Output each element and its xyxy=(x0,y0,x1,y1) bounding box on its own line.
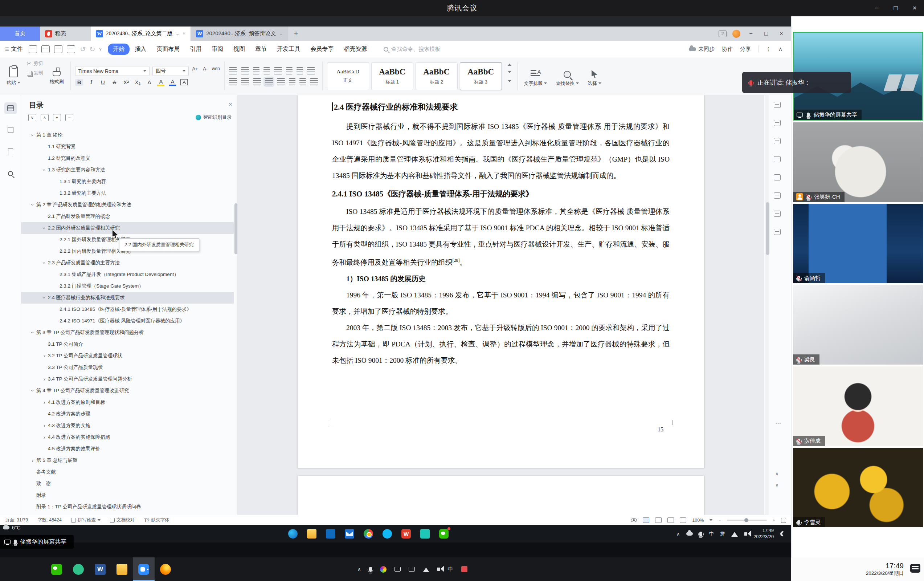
outline-item[interactable]: 2.3.1 集成产品开发（Integrate Product Developme… xyxy=(21,269,234,280)
mic-icon[interactable] xyxy=(369,567,372,571)
style-option[interactable]: AaBbC 标题 2 xyxy=(416,63,458,90)
wps-icon[interactable]: W xyxy=(397,525,416,543)
pointer-icon[interactable] xyxy=(774,138,780,144)
zoom-in-icon[interactable]: + xyxy=(773,518,775,523)
outline-item[interactable]: › 2.4 医疗器械行业的标准和法规要求 xyxy=(21,292,234,304)
zoom-out-icon[interactable]: − xyxy=(718,518,721,523)
close-icon[interactable]: × xyxy=(905,4,924,12)
qq-icon[interactable] xyxy=(378,525,397,543)
chevron-down-icon[interactable]: ∨ xyxy=(99,46,102,51)
outline-item[interactable]: › 2.3 产品研发质量管理的主要方法 xyxy=(21,257,234,269)
phonetic-guide-button[interactable]: wén xyxy=(212,66,220,76)
outline-item[interactable]: 3.1 TP 公司简介 xyxy=(21,338,234,350)
chevron-icon[interactable]: › xyxy=(41,294,47,301)
outline-scrollbar[interactable] xyxy=(234,204,238,254)
mic-icon[interactable] xyxy=(700,531,702,536)
ime-pinyin-icon[interactable]: 拼 xyxy=(720,531,725,537)
numbered-list-icon[interactable] xyxy=(241,67,249,74)
comment-icon[interactable] xyxy=(774,102,780,108)
new-tab-button[interactable]: + xyxy=(288,26,304,41)
taskbar-clock-section[interactable]: 17:49 2022/3/20/星期日 xyxy=(791,558,924,581)
expand-item-button[interactable]: ∨ xyxy=(28,114,36,121)
printer-icon[interactable] xyxy=(409,567,415,571)
font-size-select[interactable]: 四号 xyxy=(152,66,189,76)
tab-document-1[interactable]: W 20202480...济系_论文第二版 ⌄ × xyxy=(91,26,191,41)
chevron-icon[interactable]: › xyxy=(41,224,47,232)
wrap-icon[interactable] xyxy=(297,67,303,74)
help-icon[interactable] xyxy=(774,174,780,180)
smart-outline-button[interactable]: 智能识别目录 xyxy=(196,114,231,121)
expand-all-button[interactable]: + xyxy=(53,114,61,121)
outline-item[interactable]: › 4.1 改进方案的原则和目标 xyxy=(21,397,234,408)
line-spacing-icon[interactable] xyxy=(289,78,295,85)
text-direction-icon[interactable] xyxy=(274,67,282,74)
print-preview-icon[interactable] xyxy=(67,45,75,53)
chevron-icon[interactable]: › xyxy=(29,457,36,463)
tab-pin-icon[interactable]: ⌄ xyxy=(279,31,283,36)
张笑妍-CH[interactable]: 张笑妍-CH xyxy=(793,122,923,202)
bold-button[interactable]: B xyxy=(75,79,84,86)
account-avatar[interactable] xyxy=(733,30,740,38)
search-icon[interactable] xyxy=(246,525,264,543)
chevron-icon[interactable]: › xyxy=(41,376,48,382)
zoom-level[interactable]: 100% xyxy=(692,518,704,523)
chevron-icon[interactable]: › xyxy=(30,387,36,394)
share-button[interactable]: 分享 xyxy=(740,46,751,53)
highlight-button[interactable]: A xyxy=(157,78,164,86)
print-layout-view-icon[interactable] xyxy=(643,518,649,523)
style-gallery-more-icon[interactable] xyxy=(508,80,512,84)
collaborators-count-badge[interactable]: 2 xyxy=(719,30,726,37)
cloud-icon[interactable] xyxy=(686,532,693,536)
shading-icon[interactable] xyxy=(299,78,306,85)
tab-close-icon[interactable]: × xyxy=(183,30,185,37)
photos-icon[interactable] xyxy=(416,525,434,543)
chevron-icon[interactable]: › xyxy=(30,201,36,209)
chrome-icon[interactable] xyxy=(359,525,378,543)
subscript-button[interactable]: X₂ xyxy=(134,79,141,85)
edit-icon[interactable] xyxy=(774,120,780,126)
maximize-icon[interactable]: □ xyxy=(886,4,905,12)
outline-item[interactable]: › 第 1 章 绪论 xyxy=(21,129,234,141)
spell-check-button[interactable]: 拼写检查 xyxy=(71,517,101,523)
outline-item[interactable]: › 4.3 改进方案的实施 xyxy=(21,420,234,431)
menu-item[interactable]: 开发工具 xyxy=(272,43,305,55)
share-icon[interactable] xyxy=(774,210,780,217)
text-effects-button[interactable]: A xyxy=(145,79,153,85)
bookmark-pane-button[interactable] xyxy=(4,146,17,157)
tab-home[interactable]: 首页 xyxy=(0,26,40,41)
save-icon[interactable] xyxy=(29,45,37,53)
paste-button[interactable]: 粘贴 xyxy=(4,60,23,92)
tencent-docs-icon[interactable] xyxy=(68,558,89,581)
style-scroll-up-icon[interactable] xyxy=(508,62,512,66)
wps-maximize-icon[interactable]: □ xyxy=(761,30,771,37)
increase-indent-icon[interactable] xyxy=(264,67,270,74)
align-left-icon[interactable] xyxy=(229,78,237,85)
copy-button[interactable]: 复制 xyxy=(27,70,43,76)
align-right-icon[interactable] xyxy=(253,78,261,85)
fit-page-icon[interactable] xyxy=(781,518,786,523)
ime-lang-icon[interactable]: 中 xyxy=(448,566,453,573)
command-search[interactable]: 查找命令、搜索模板 xyxy=(384,46,440,53)
edge-icon[interactable] xyxy=(284,525,302,543)
wechat-icon[interactable] xyxy=(46,558,68,581)
collapse-ribbon-icon[interactable]: ∧ xyxy=(779,46,782,52)
outline-item[interactable]: 附录 xyxy=(21,490,234,501)
tab-pin-icon[interactable]: ⌄ xyxy=(176,31,180,37)
start-button[interactable] xyxy=(2,558,24,581)
tencent-meeting-icon[interactable] xyxy=(133,558,155,581)
more-tools-icon[interactable]: ⋯ xyxy=(775,420,782,427)
ruler-icon[interactable] xyxy=(307,67,315,74)
outline-item[interactable]: › 2.2 国内外研发质量管理相关研究 xyxy=(21,222,234,234)
align-center-icon[interactable] xyxy=(241,78,249,85)
text-layout-button[interactable]: 文字排版 xyxy=(522,60,549,92)
missing-font-button[interactable]: T?缺失字体 xyxy=(144,517,170,523)
search-button[interactable] xyxy=(24,558,46,581)
wifi-icon[interactable] xyxy=(423,564,429,572)
tab-docer[interactable]: 稻壳 xyxy=(40,26,91,41)
redo-icon[interactable]: ↻ xyxy=(89,45,95,53)
scrollbar-thumb[interactable] xyxy=(766,202,769,255)
chapter-pane-button[interactable] xyxy=(4,124,17,136)
grow-font-button[interactable]: A+ xyxy=(191,66,199,76)
outline-item[interactable]: 附录 1：TP 公司产品研发质量管理现状调研问卷 xyxy=(21,501,234,513)
document-area[interactable]: 2.4 医疗器械行业的标准和法规要求 提到医疗器械行业，就不得不提到国际标准 I… xyxy=(238,95,764,515)
